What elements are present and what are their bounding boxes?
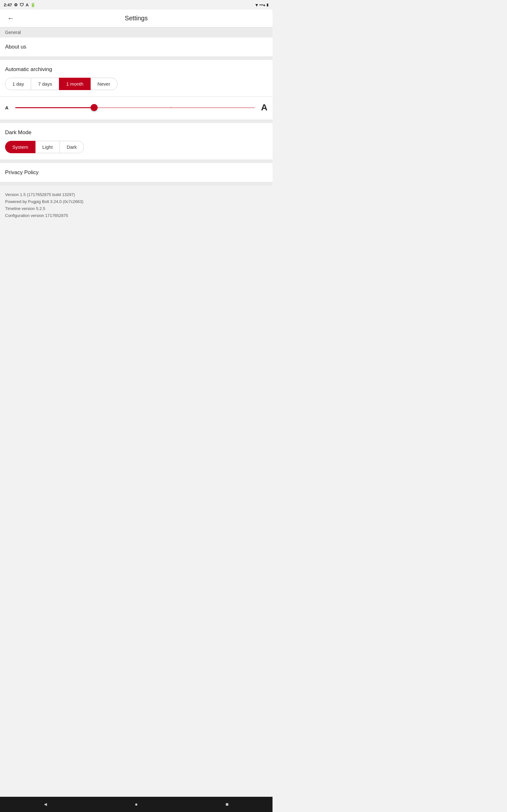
battery-icon: 🔋 <box>31 3 36 7</box>
settings-icon: ⚙ <box>14 3 18 7</box>
section-gap-4 <box>0 183 273 186</box>
archiving-card: Automatic archiving 1 day 7 days 1 month… <box>0 60 273 97</box>
signal-icon: ▪▪▪▴ <box>259 3 265 7</box>
back-button[interactable]: ← <box>5 13 16 24</box>
slider-track <box>15 107 255 108</box>
dark-mode-option-light[interactable]: Light <box>35 141 60 153</box>
version-info: Version 1.5 (1717652875 build 13297) Pow… <box>5 191 268 219</box>
status-bar: 2:47 ⚙ 🛡 A 🔋 ▾ ▪▪▪▴ ▮ <box>0 0 273 9</box>
version-line3: Timeline version 5.2.5 <box>5 205 268 212</box>
shield-icon: 🛡 <box>20 3 24 7</box>
battery-indicator: ▮ <box>267 3 269 7</box>
archiving-title: Automatic archiving <box>5 66 268 72</box>
section-gap-3 <box>0 160 273 163</box>
privacy-policy-label[interactable]: Privacy Policy <box>5 169 39 175</box>
dark-mode-option-system[interactable]: System <box>5 141 36 153</box>
dark-mode-option-dark[interactable]: Dark <box>60 141 84 153</box>
archiving-option-1day[interactable]: 1 day <box>5 78 32 90</box>
slider-thumb[interactable] <box>91 104 98 111</box>
archiving-option-never[interactable]: Never <box>90 78 118 90</box>
archiving-option-1month[interactable]: 1 month <box>59 78 91 90</box>
archiving-option-7days[interactable]: 7 days <box>31 78 59 90</box>
font-small-label: A <box>5 105 11 110</box>
font-large-label: A <box>259 102 268 113</box>
version-line2: Powered by Pugpig Bolt 3.24.0 (0c7c2663) <box>5 198 268 205</box>
general-label: General <box>5 30 21 35</box>
dark-mode-title: Dark Mode <box>5 130 268 136</box>
section-gap-2 <box>0 120 273 123</box>
version-line1: Version 1.5 (1717652875 build 13297) <box>5 191 268 198</box>
top-bar: ← Settings <box>0 9 273 27</box>
slider-dot <box>170 107 172 108</box>
version-section: Version 1.5 (1717652875 build 13297) Pow… <box>0 186 273 225</box>
status-right: ▾ ▪▪▪▴ ▮ <box>256 2 269 8</box>
privacy-section[interactable]: Privacy Policy <box>0 163 273 183</box>
time-display: 2:47 <box>4 3 12 7</box>
status-left: 2:47 ⚙ 🛡 A 🔋 <box>4 3 36 7</box>
dark-mode-btn-group: System Light Dark <box>5 141 268 153</box>
back-arrow-icon: ← <box>7 14 14 22</box>
about-us-label: About us <box>5 44 26 50</box>
section-gap-1 <box>0 57 273 60</box>
wifi-icon: ▾ <box>256 2 258 8</box>
slider-row: A A <box>5 102 268 113</box>
slider-track-wrap[interactable] <box>15 103 255 112</box>
slider-track-right <box>94 107 255 108</box>
dark-mode-section: Dark Mode System Light Dark <box>0 123 273 160</box>
font-slider-section: A A <box>0 97 273 120</box>
archiving-btn-group: 1 day 7 days 1 month Never <box>5 78 268 90</box>
general-section-header: General <box>0 27 273 38</box>
about-us-card[interactable]: About us <box>0 38 273 57</box>
page-title: Settings <box>16 14 256 22</box>
font-icon: A <box>26 3 29 7</box>
version-line4: Configuration version 1717652875 <box>5 212 268 219</box>
